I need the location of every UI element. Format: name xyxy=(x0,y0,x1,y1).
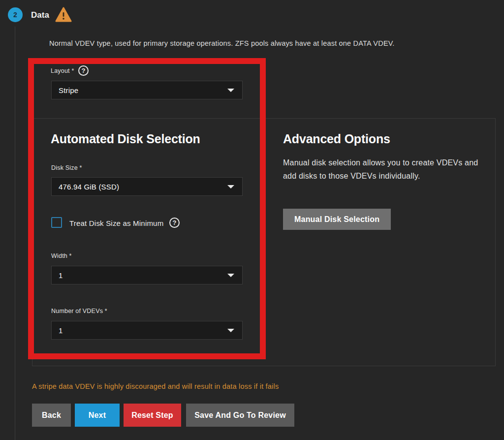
step-title: Data xyxy=(31,10,49,20)
width-label: Width * xyxy=(51,252,72,259)
treat-disk-size-minimum-checkbox[interactable] xyxy=(51,217,62,228)
layout-help-icon[interactable]: ? xyxy=(78,65,89,76)
save-and-go-to-review-button[interactable]: Save And Go To Review xyxy=(186,404,294,427)
treat-disk-size-minimum-label[interactable]: Treat Disk Size as Minimum xyxy=(69,219,163,227)
automated-disk-selection-heading: Automated Disk Selection xyxy=(51,132,200,146)
layout-select-value: Stripe xyxy=(59,86,227,94)
chevron-down-icon xyxy=(227,185,234,189)
treat-disk-size-minimum-help-icon[interactable]: ? xyxy=(169,218,180,228)
pool-wizard-data-step: 2 Data Normal VDEV type, used for primar… xyxy=(0,0,504,440)
disk-size-select-value: 476.94 GiB (SSD) xyxy=(59,183,227,191)
reset-step-button[interactable]: Reset Step xyxy=(124,404,181,427)
step-number-badge[interactable]: 2 xyxy=(8,7,23,22)
step-number: 2 xyxy=(13,11,17,19)
chevron-down-icon xyxy=(227,329,234,332)
number-of-vdevs-select-value: 1 xyxy=(59,326,227,335)
step-description: Normal VDEV type, used for primary stora… xyxy=(49,39,395,47)
layout-label: Layout * xyxy=(51,67,74,74)
width-select-value: 1 xyxy=(59,271,227,280)
disk-size-label: Disk Size * xyxy=(51,164,82,171)
stepper-connector-line xyxy=(15,27,15,440)
number-of-vdevs-select[interactable]: 1 xyxy=(51,321,243,340)
step-warning-icon xyxy=(55,7,72,23)
advanced-options-description: Manual disk selection allows you to crea… xyxy=(283,156,480,183)
chevron-down-icon xyxy=(227,89,234,92)
disk-size-select[interactable]: 476.94 GiB (SSD) xyxy=(51,177,243,196)
back-button[interactable]: Back xyxy=(32,404,71,427)
width-select[interactable]: 1 xyxy=(51,266,243,284)
layout-select[interactable]: Stripe xyxy=(51,81,243,99)
number-of-vdevs-label: Number of VDEVs * xyxy=(51,308,107,314)
advanced-options-heading: Advanced Options xyxy=(283,132,390,146)
stripe-warning-message: A stripe data VDEV is highly discouraged… xyxy=(32,382,279,390)
manual-disk-selection-button[interactable]: Manual Disk Selection xyxy=(283,209,391,230)
chevron-down-icon xyxy=(227,274,234,277)
next-button[interactable]: Next xyxy=(75,404,120,427)
